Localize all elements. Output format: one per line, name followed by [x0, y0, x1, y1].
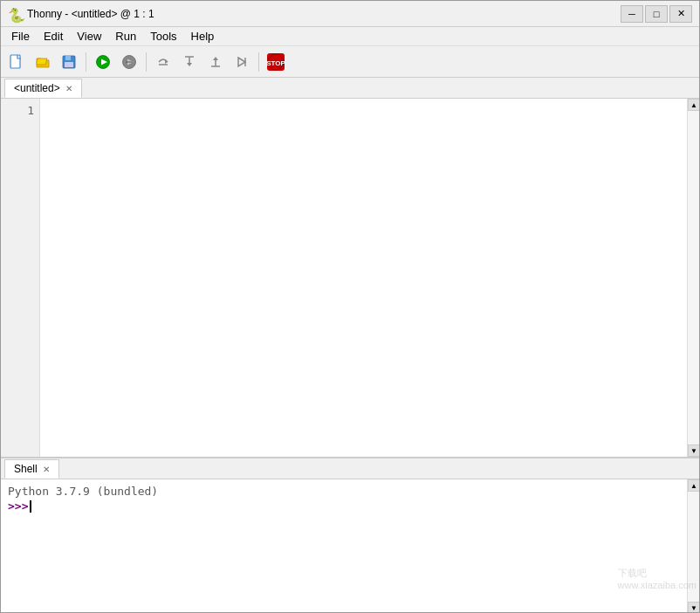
step-out-icon: [208, 54, 223, 70]
close-button[interactable]: ✕: [669, 5, 692, 23]
toolbar-sep-1: [86, 52, 86, 72]
menu-help[interactable]: Help: [184, 28, 222, 45]
stop-icon: STOP: [267, 53, 285, 71]
toolbar-sep-2: [146, 52, 147, 72]
menu-tools[interactable]: Tools: [143, 28, 183, 45]
shell-cursor: [30, 500, 31, 513]
editor-textarea[interactable]: [40, 99, 687, 457]
minimize-button[interactable]: ─: [621, 5, 643, 23]
shell-content: Python 3.7.9 (bundled) >>> ▲ ▼: [1, 479, 699, 613]
app-icon: 🐍: [8, 7, 22, 21]
menu-view[interactable]: View: [70, 28, 108, 45]
svg-rect-3: [65, 62, 73, 67]
save-button[interactable]: [57, 50, 81, 74]
line-numbers: 1: [1, 99, 40, 457]
shell-prompt-line: >>>: [8, 499, 680, 513]
scrollbar-track[interactable]: [688, 111, 699, 444]
editor-section: <untitled> ✕ 1 ▲ ▼: [1, 78, 699, 457]
run-button[interactable]: [91, 50, 115, 74]
menu-run[interactable]: Run: [108, 28, 143, 45]
step-over-icon: [155, 54, 171, 70]
open-folder-icon: [35, 54, 51, 70]
open-button[interactable]: [31, 50, 55, 74]
svg-marker-15: [213, 57, 218, 60]
window-title: Thonny - <untitled> @ 1 : 1: [27, 8, 154, 20]
run-icon: [95, 54, 111, 70]
editor-tabs: <untitled> ✕: [1, 78, 699, 99]
debug-icon: [121, 54, 137, 70]
scrollbar-up-arrow[interactable]: ▲: [688, 99, 699, 111]
svg-marker-17: [238, 58, 245, 66]
resume-button[interactable]: [230, 50, 254, 74]
debug-button[interactable]: [117, 50, 141, 74]
editor-tab-close-button[interactable]: ✕: [65, 84, 72, 93]
resume-icon: [234, 54, 250, 70]
shell-scrollbar[interactable]: ▲ ▼: [687, 479, 699, 613]
svg-rect-0: [10, 55, 20, 68]
shell-area: Shell ✕ Python 3.7.9 (bundled) >>> ▲ ▼: [1, 457, 699, 613]
shell-scrollbar-up[interactable]: ▲: [688, 479, 699, 492]
shell-tab[interactable]: Shell ✕: [4, 459, 59, 479]
shell-prompt-symbol: >>>: [8, 499, 28, 513]
new-button[interactable]: [4, 50, 29, 74]
editor-scrollbar[interactable]: ▲ ▼: [687, 99, 699, 457]
title-bar: 🐍 Thonny - <untitled> @ 1 : 1 ─ □ ✕: [1, 1, 699, 27]
shell-tab-close-button[interactable]: ✕: [43, 465, 50, 474]
menu-bar: File Edit View Run Tools Help: [1, 27, 699, 46]
title-left: 🐍 Thonny - <untitled> @ 1 : 1: [8, 7, 154, 21]
menu-edit[interactable]: Edit: [37, 28, 70, 45]
toolbar-sep-3: [258, 52, 259, 72]
step-over-button[interactable]: [151, 50, 175, 74]
main-area: <untitled> ✕ 1 ▲ ▼ Shell ✕: [1, 78, 699, 613]
step-into-button[interactable]: [177, 50, 202, 74]
watermark: 下载吧www.xiazaiba.com: [618, 567, 697, 590]
editor-tab-untitled[interactable]: <untitled> ✕: [4, 79, 82, 98]
shell-version-text: Python 3.7.9 (bundled): [8, 485, 680, 498]
shell-tab-label: Shell: [14, 463, 38, 475]
editor-panel: 1 ▲ ▼: [1, 99, 699, 457]
toolbar: STOP: [1, 46, 699, 78]
line-number-1: 1: [1, 104, 34, 117]
editor-tab-label: <untitled>: [14, 82, 60, 94]
step-out-button[interactable]: [203, 50, 228, 74]
svg-rect-2: [65, 56, 71, 60]
scrollbar-down-arrow[interactable]: ▼: [688, 444, 699, 457]
window-controls: ─ □ ✕: [621, 5, 692, 23]
shell-scrollbar-down[interactable]: ▼: [688, 602, 699, 613]
menu-file[interactable]: File: [4, 28, 37, 45]
shell-tabs: Shell ✕: [1, 458, 699, 479]
new-file-icon: [9, 54, 24, 70]
svg-marker-12: [187, 63, 192, 66]
maximize-button[interactable]: □: [645, 5, 668, 23]
shell-text[interactable]: Python 3.7.9 (bundled) >>>: [1, 479, 687, 613]
save-icon: [61, 54, 77, 70]
step-into-icon: [182, 54, 197, 70]
svg-text:STOP: STOP: [267, 59, 285, 67]
stop-button[interactable]: STOP: [264, 50, 288, 74]
